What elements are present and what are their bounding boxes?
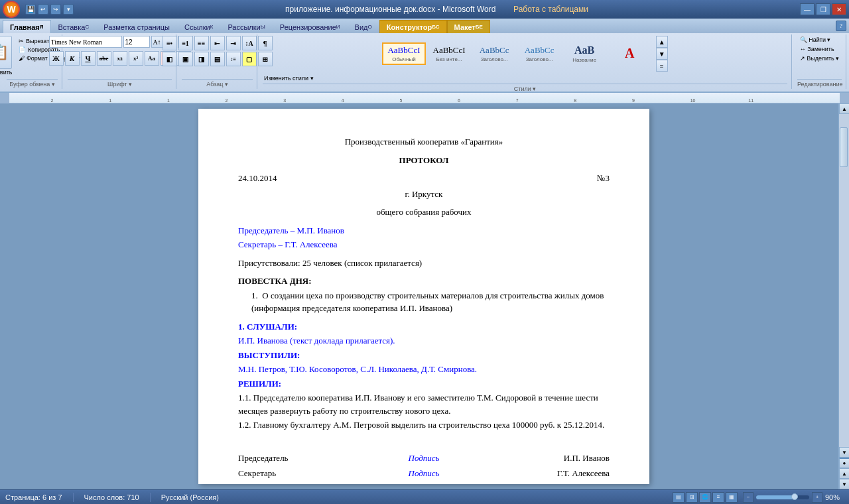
align-center-btn[interactable]: ▣ bbox=[178, 52, 193, 66]
paragraph-content: ≡• ≡1 ≡≡ ⇤ ⇥ ↕A ¶ ◧ ▣ ◨ ▤ ↕≡ ▢ bbox=[163, 36, 273, 78]
styles-scroll-down[interactable]: ▼ bbox=[656, 48, 668, 60]
tab-view[interactable]: ВидО bbox=[348, 20, 379, 33]
align-left-btn[interactable]: ◧ bbox=[163, 52, 177, 66]
tab-insert[interactable]: ВставкаС bbox=[51, 20, 97, 33]
line-spacing-btn[interactable]: ↕≡ bbox=[226, 52, 241, 66]
zoom-in-btn[interactable]: + bbox=[812, 492, 822, 503]
find-btn[interactable]: 🔍 Найти ▾ bbox=[799, 36, 832, 44]
doc-present: Присутствовали: 25 человек (список прила… bbox=[238, 257, 610, 270]
tab-references[interactable]: СсылкиК bbox=[177, 20, 220, 33]
ruler-main: 2 1 1 2 3 4 5 6 7 8 9 10 11 bbox=[9, 93, 840, 103]
shading-btn[interactable]: ▢ bbox=[242, 52, 257, 66]
sig1-name: И.П. Иванов bbox=[486, 452, 610, 465]
styles-group: AaBbCcI Обычный AaBbCcI Без инте... AaBb… bbox=[259, 34, 792, 89]
font-name-input[interactable] bbox=[49, 36, 122, 48]
style-no-spacing[interactable]: AaBbCcI Без инте... bbox=[428, 42, 471, 65]
view-web-btn[interactable]: 🌐 bbox=[699, 492, 711, 503]
underline-button[interactable]: Ч bbox=[81, 51, 96, 66]
case-button[interactable]: Аа bbox=[145, 51, 159, 66]
strikethrough-button[interactable]: abc bbox=[97, 51, 111, 66]
sig-row-1: Председатель Подпись И.П. Иванов bbox=[238, 452, 610, 465]
tab-layout[interactable]: Разметка страницы bbox=[96, 20, 177, 33]
sig2-name: Г.Т. Алексеева bbox=[486, 467, 610, 480]
numbering-btn[interactable]: ≡1 bbox=[178, 36, 193, 50]
style-heading2[interactable]: AaBbCc Заголово... bbox=[518, 42, 561, 65]
status-divider-2 bbox=[150, 493, 151, 502]
editing-label: Редактирование bbox=[797, 79, 842, 88]
minimize-button[interactable]: — bbox=[800, 3, 815, 15]
style-title-preview: АаВ bbox=[568, 44, 601, 56]
select-browse-btn[interactable]: ● bbox=[839, 458, 849, 468]
styles-more[interactable]: ≡ bbox=[656, 60, 668, 72]
tab-review[interactable]: РецензированиеИ bbox=[273, 20, 348, 33]
title-bar: W 💾 ↩ ↪ ▾ приложение. информационные док… bbox=[0, 0, 849, 19]
undo-quick-btn[interactable]: ↩ bbox=[38, 4, 48, 15]
document: Производственный кооператив «Гарантия» П… bbox=[198, 109, 649, 484]
prev-page-btn[interactable]: ▲ bbox=[839, 468, 849, 479]
style-normal[interactable]: AaBbCcI Обычный bbox=[382, 42, 425, 65]
justify-btn[interactable]: ▤ bbox=[210, 52, 225, 66]
view-buttons: ▤ ⊞ 🌐 ≡ ▦ bbox=[673, 492, 738, 503]
zoom-thumb bbox=[791, 493, 798, 500]
doc-section3-title: РЕШИЛИ: bbox=[238, 377, 610, 391]
styles-scroll: ▲ ▼ ≡ bbox=[656, 36, 668, 72]
select-btn[interactable]: ↗ Выделить ▾ bbox=[799, 54, 841, 62]
align-row: ◧ ▣ ◨ ▤ ↕≡ ▢ ⊞ bbox=[163, 52, 273, 66]
scroll-thumb[interactable] bbox=[840, 127, 848, 167]
view-fullscreen-btn[interactable]: ⊞ bbox=[686, 492, 698, 503]
status-right: ▤ ⊞ 🌐 ≡ ▦ − + 90% bbox=[673, 492, 844, 503]
change-styles-btn[interactable]: Изменить стили ▾ bbox=[263, 74, 315, 82]
style-h2-preview: AaBbCc bbox=[523, 45, 556, 56]
vertical-scrollbar: ▲ ▼ ● ▲ ▼ bbox=[838, 103, 849, 489]
left-margin-ruler bbox=[0, 103, 9, 489]
style-char[interactable]: А bbox=[608, 43, 651, 64]
bold-button[interactable]: Ж bbox=[49, 51, 64, 66]
next-page-btn[interactable]: ▼ bbox=[839, 479, 849, 489]
font-size-input[interactable] bbox=[123, 36, 150, 48]
sort-btn[interactable]: ↕A bbox=[242, 36, 257, 50]
style-no-spacing-preview: AaBbCcI bbox=[433, 45, 466, 56]
zoom-out-btn[interactable]: − bbox=[743, 492, 753, 503]
save-quick-btn[interactable]: 💾 bbox=[25, 4, 36, 15]
view-print-btn[interactable]: ▤ bbox=[673, 492, 685, 503]
office-button[interactable]: W bbox=[3, 1, 20, 18]
paste-button[interactable]: 📋 Вставить bbox=[0, 36, 16, 76]
zoom-fill bbox=[756, 495, 795, 499]
indent-inc-btn[interactable]: ⇥ bbox=[226, 36, 241, 50]
align-right-btn[interactable]: ◨ bbox=[194, 52, 209, 66]
redo-quick-btn[interactable]: ↪ bbox=[50, 4, 61, 15]
dropdown-quick-btn[interactable]: ▾ bbox=[63, 4, 74, 15]
close-button[interactable]: ✕ bbox=[832, 3, 846, 15]
tab-home[interactable]: ГлавнаяЯ bbox=[3, 20, 51, 33]
zoom-track[interactable] bbox=[756, 495, 809, 499]
subscript-button[interactable]: x₂ bbox=[113, 51, 127, 66]
styles-scroll-up[interactable]: ▲ bbox=[656, 36, 668, 48]
window-controls: — ❐ ✕ bbox=[800, 3, 846, 15]
tab-layout2[interactable]: МакетБЕ bbox=[447, 20, 490, 33]
font-group: A↑ A↓ ⌫ Ж К Ч abc x₂ x² Аа А А Шрифт ▾ bbox=[64, 34, 176, 89]
bullets-btn[interactable]: ≡• bbox=[163, 36, 177, 50]
tab-mailings[interactable]: РассылкиЫ bbox=[220, 20, 272, 33]
view-outline-btn[interactable]: ≡ bbox=[712, 492, 724, 503]
paragraph-group: ≡• ≡1 ≡≡ ⇤ ⇥ ↕A ¶ ◧ ▣ ◨ ▤ ↕≡ ▢ bbox=[178, 34, 257, 89]
italic-button[interactable]: К bbox=[65, 51, 80, 66]
view-draft-btn[interactable]: ▦ bbox=[726, 492, 738, 503]
title-bar-left: W 💾 ↩ ↪ ▾ bbox=[3, 1, 74, 18]
doc-section2-text: М.Н. Петров, Т.Ю. Косоворотов, С.Л. Нико… bbox=[238, 363, 610, 376]
style-heading1[interactable]: AaBbCc Заголово... bbox=[473, 42, 516, 65]
doc-decision1: 1.1. Председателю кооператива И.П. Ивано… bbox=[238, 391, 610, 417]
agenda-list-item-1: 1. О создании цеха по производству строи… bbox=[251, 289, 610, 315]
doc-section2-title: ВЫСТУПИЛИ: bbox=[238, 349, 610, 362]
font-grow-btn[interactable]: A↑ bbox=[151, 36, 163, 48]
scroll-up-btn[interactable]: ▲ bbox=[839, 103, 849, 114]
superscript-button[interactable]: x² bbox=[129, 51, 143, 66]
indent-dec-btn[interactable]: ⇤ bbox=[210, 36, 225, 50]
multilevel-btn[interactable]: ≡≡ bbox=[194, 36, 209, 50]
style-title-label: Название bbox=[568, 57, 601, 63]
replace-btn[interactable]: ↔ Заменить bbox=[799, 45, 836, 53]
ribbon-help[interactable]: ? bbox=[836, 21, 846, 31]
maximize-button[interactable]: ❐ bbox=[816, 3, 830, 15]
scroll-down-btn[interactable]: ▼ bbox=[839, 447, 849, 458]
tab-constructor[interactable]: КонструкторБС bbox=[379, 20, 447, 33]
style-title[interactable]: АаВ Название bbox=[563, 42, 606, 66]
